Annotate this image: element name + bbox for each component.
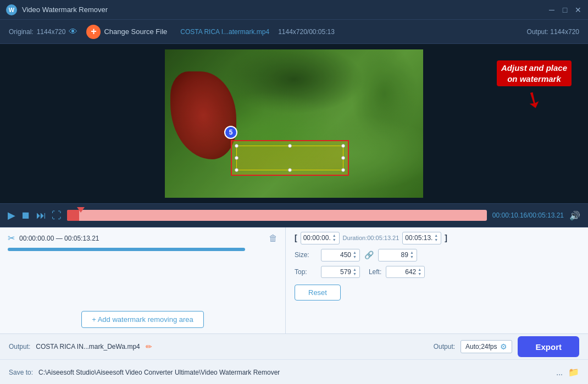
output-filename: COSTA RICA IN...mark_DeWa.mp4 — [36, 343, 140, 350]
time-display: 00:00:10.16/00:05:13.21 — [492, 212, 564, 219]
next-frame-button[interactable]: ⏭ — [36, 210, 46, 221]
add-watermark-area-button[interactable]: + Add watermark removing area — [81, 311, 204, 328]
minimize-button[interactable]: ─ — [547, 5, 556, 14]
timeline-playhead — [77, 207, 85, 213]
format-value: Auto;24fps — [465, 343, 497, 350]
time-range-row: [ ▲ ▼ Duration:00:05:13.21 ▲ ▼ ] — [295, 232, 579, 244]
handle-mid-right[interactable] — [341, 156, 345, 160]
height-down[interactable]: ▼ — [409, 255, 414, 259]
save-label: Save to: — [9, 369, 33, 376]
clip-delete-icon[interactable]: 🗑 — [269, 233, 278, 243]
annotation-arrow-icon: ➘ — [520, 85, 547, 114]
bracket-close: ] — [445, 233, 447, 242]
reset-button[interactable]: Reset — [295, 285, 341, 300]
add-icon: + — [86, 25, 101, 39]
start-time-field[interactable] — [303, 234, 331, 242]
timeline-track[interactable] — [67, 210, 487, 221]
link-icon[interactable]: 🔗 — [364, 251, 374, 259]
size-row: Size: ▲ ▼ 🔗 ▲ ▼ — [295, 249, 579, 261]
edit-output-icon[interactable]: ✏ — [146, 342, 152, 351]
width-down[interactable]: ▼ — [352, 255, 357, 259]
top-field[interactable] — [324, 268, 351, 276]
watermark-selection-box[interactable]: 5 — [231, 140, 349, 176]
top-up[interactable]: ▲ — [352, 268, 357, 272]
left-down[interactable]: ▼ — [417, 272, 422, 276]
handle-top-right[interactable] — [341, 144, 345, 148]
watermark-inner-frame — [236, 146, 343, 170]
play-button[interactable]: ▶ — [8, 209, 15, 221]
save-row: Save to: C:\Aiseesoft Studio\Aiseesoft V… — [0, 359, 588, 384]
title-bar: W Video Watermark Remover ─ □ ✕ — [0, 0, 588, 20]
original-info: Original: 1144x720 👁 — [9, 27, 77, 37]
end-time-field[interactable] — [405, 234, 432, 242]
app-logo-icon: W — [5, 4, 18, 16]
stop-button[interactable]: ⏹ — [21, 210, 31, 221]
end-time-input[interactable]: ▲ ▼ — [402, 232, 441, 244]
left-field[interactable] — [389, 268, 416, 276]
bottom-section: Output: COSTA RICA IN...mark_DeWa.mp4 ✏ … — [0, 333, 588, 384]
main-content: ✂ 00:00:00.00 — 00:05:13.21 🗑 + Add wate… — [0, 227, 588, 333]
clip-scissors-icon: ✂ — [8, 233, 15, 243]
top-down[interactable]: ▼ — [352, 272, 357, 276]
size-width-input[interactable]: ▲ ▼ — [321, 249, 360, 261]
end-time-up[interactable]: ▲ — [434, 233, 439, 238]
size-width-field[interactable] — [324, 251, 351, 259]
folder-icon[interactable]: 📁 — [568, 367, 579, 377]
more-options-button[interactable]: ... — [556, 368, 563, 377]
video-frame: 5 — [165, 49, 423, 198]
size-label: Size: — [295, 251, 317, 259]
source-filename: COSTA RICA I...atermark.mp4 — [180, 28, 269, 36]
playback-controls: ▶ ⏹ ⏭ ⛶ 00:00:10.16/00:05:13.21 🔊 — [0, 203, 588, 227]
toolbar: Original: 1144x720 👁 + Change Source Fil… — [0, 20, 588, 44]
handle-bot-right[interactable] — [341, 168, 345, 172]
output-label: Output: — [9, 343, 30, 350]
left-panel: ✂ 00:00:00.00 — 00:05:13.21 🗑 + Add wate… — [0, 227, 286, 333]
save-path: C:\Aiseesoft Studio\Aiseesoft Video Conv… — [38, 369, 551, 376]
output-format-label: Output: — [434, 343, 455, 350]
left-label: Left: — [364, 268, 381, 276]
annotation-callout: Adjust and place on watermark ➘ — [497, 60, 572, 110]
handle-top-mid[interactable] — [288, 144, 292, 148]
handle-top-left[interactable] — [235, 144, 238, 148]
top-input[interactable]: ▲ ▼ — [321, 266, 360, 279]
output-row: Output: COSTA RICA IN...mark_DeWa.mp4 ✏ … — [0, 334, 588, 359]
selection-badge: 5 — [224, 126, 237, 139]
maximize-button[interactable]: □ — [561, 5, 569, 14]
clip-time-range: 00:00:00.00 — 00:05:13.21 — [19, 235, 264, 242]
start-time-down[interactable]: ▼ — [332, 238, 337, 242]
left-up[interactable]: ▲ — [417, 268, 422, 272]
position-row: Top: ▲ ▼ Left: ▲ ▼ — [295, 266, 579, 279]
change-source-label: Change Source File — [104, 27, 167, 36]
size-height-field[interactable] — [381, 251, 408, 259]
duration-label: Duration:00:05:13.21 — [343, 235, 400, 241]
svg-text:W: W — [9, 7, 15, 13]
clip-row: ✂ 00:00:00.00 — 00:05:13.21 🗑 — [8, 233, 278, 243]
original-resolution: 1144x720 — [37, 28, 66, 36]
height-up[interactable]: ▲ — [409, 251, 414, 255]
handle-bot-mid[interactable] — [288, 168, 292, 172]
start-time-up[interactable]: ▲ — [332, 233, 337, 238]
size-height-input[interactable]: ▲ ▼ — [378, 249, 417, 261]
source-meta: 1144x720/00:05:13 — [278, 28, 335, 36]
width-up[interactable]: ▲ — [352, 251, 357, 255]
eye-icon[interactable]: 👁 — [69, 27, 77, 37]
app-title: Video Watermark Remover — [22, 5, 547, 14]
left-input[interactable]: ▲ ▼ — [386, 266, 425, 279]
handle-bot-left[interactable] — [235, 168, 238, 172]
change-source-button[interactable]: + Change Source File — [86, 25, 167, 39]
original-label: Original: — [9, 28, 34, 36]
end-time-down[interactable]: ▼ — [434, 238, 439, 242]
close-button[interactable]: ✕ — [574, 5, 583, 14]
format-select[interactable]: Auto;24fps ⚙ — [461, 340, 512, 353]
gear-icon[interactable]: ⚙ — [500, 342, 507, 351]
start-time-input[interactable]: ▲ ▼ — [301, 232, 340, 244]
right-panel: [ ▲ ▼ Duration:00:05:13.21 ▲ ▼ ] Size: — [286, 227, 588, 333]
volume-icon[interactable]: 🔊 — [569, 210, 580, 221]
handle-mid-left[interactable] — [235, 156, 238, 160]
clip-button[interactable]: ⛶ — [52, 210, 62, 221]
output-resolution: Output: 1144x720 — [527, 28, 579, 36]
annotation-text: Adjust and place on watermark — [497, 60, 572, 86]
export-button[interactable]: Export — [518, 336, 579, 357]
bracket-open: [ — [295, 233, 297, 242]
top-label: Top: — [295, 268, 317, 276]
